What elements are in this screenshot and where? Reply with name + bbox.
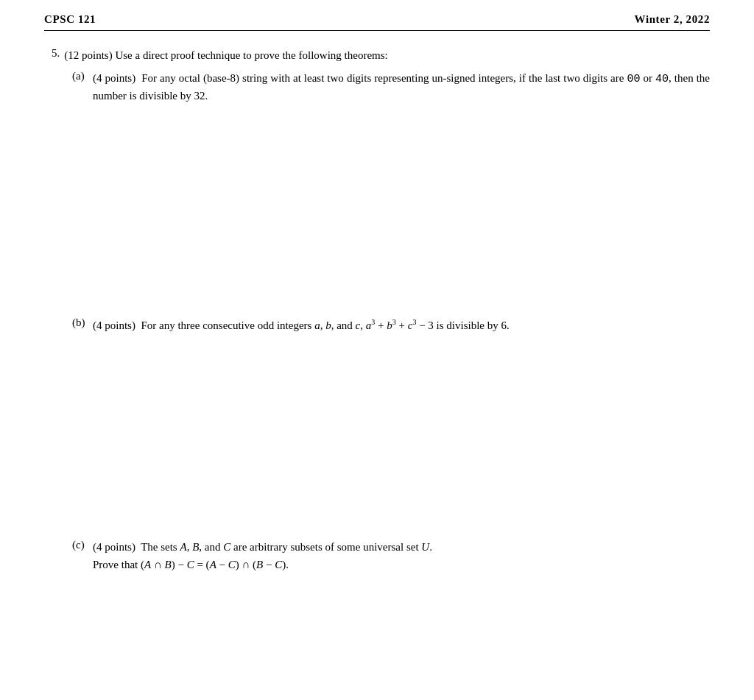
question-5a: (a) (4 points) For any octal (base-8) st… (72, 70, 710, 105)
question-5a-row: (a) (4 points) For any octal (base-8) st… (72, 70, 710, 105)
exam-date: Winter 2, 2022 (635, 13, 710, 26)
course-title: CPSC 121 (44, 13, 96, 26)
exam-content: 5. (12 points) Use a direct proof techni… (44, 47, 710, 573)
question-5a-label: (a) (72, 70, 88, 105)
question-5-header: 5. (12 points) Use a direct proof techni… (52, 47, 710, 64)
question-5b-row: (b) (4 points) For any three consecutive… (72, 317, 710, 334)
question-5c-label: (c) (72, 539, 88, 573)
question-5-number: 5. (52, 47, 60, 64)
question-5: 5. (12 points) Use a direct proof techni… (52, 47, 710, 573)
question-5-intro: (12 points) Use a direct proof technique… (64, 47, 387, 64)
question-5a-text: (4 points) For any octal (base-8) string… (93, 70, 710, 105)
page-header: CPSC 121 Winter 2, 2022 (44, 13, 710, 31)
answer-area-5b (52, 340, 710, 539)
question-5c-text: (4 points) The sets A, B, and C are arbi… (93, 539, 432, 573)
answer-area-5a (52, 110, 710, 317)
question-5c-row: (c) (4 points) The sets A, B, and C are … (72, 539, 710, 573)
question-5b-label: (b) (72, 317, 88, 334)
question-5b-text: (4 points) For any three consecutive odd… (93, 317, 510, 334)
question-5c: (c) (4 points) The sets A, B, and C are … (72, 539, 710, 573)
question-5b: (b) (4 points) For any three consecutive… (72, 317, 710, 334)
page: CPSC 121 Winter 2, 2022 5. (12 points) U… (0, 0, 754, 700)
